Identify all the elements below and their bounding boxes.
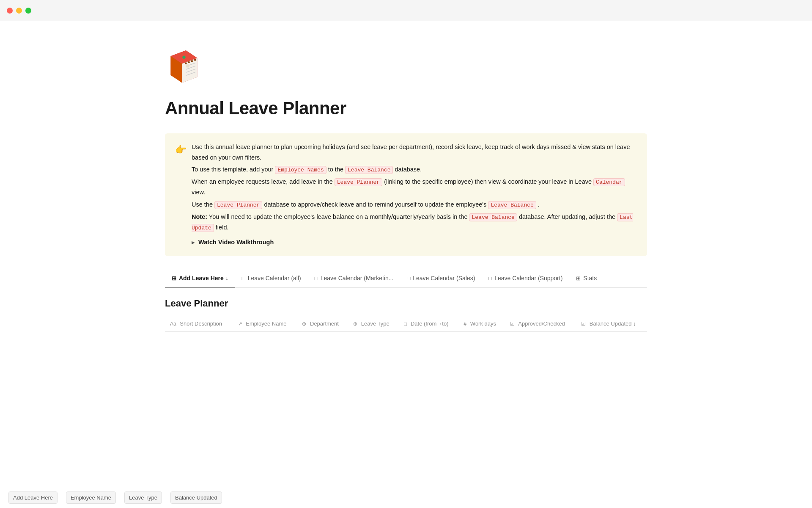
col-department[interactable]: ⊕ Department — [297, 316, 348, 331]
select-icon-1: ⊕ — [302, 321, 306, 327]
mention-leave-balance-2: Leave Balance — [488, 201, 536, 209]
tab-leave-calendar-all[interactable]: □ Leave Calendar (all) — [235, 270, 308, 288]
page-content: Annual Leave Planner 👉 Use this annual l… — [131, 21, 681, 366]
checkbox-icon-2: ☑ — [581, 321, 586, 327]
callout-line-2: To use this template, add your Employee … — [192, 164, 637, 175]
window-chrome — [0, 0, 812, 21]
col-date[interactable]: □ Date (from→to) — [399, 316, 459, 331]
leave-planner-table: Aa Short Description ↗ Employee Name ⊕ D… — [165, 316, 647, 332]
svg-point-11 — [194, 59, 196, 61]
callout-box: 👉 Use this annual leave planner to plan … — [165, 133, 647, 256]
table-header-row: Aa Short Description ↗ Employee Name ⊕ D… — [165, 316, 647, 331]
col-balance-updated[interactable]: ☑ Balance Updated ↓ — [576, 316, 647, 331]
callout-line-4: Use the Leave Planner database to approv… — [192, 199, 637, 210]
number-icon: # — [464, 321, 467, 327]
svg-rect-13 — [186, 64, 189, 67]
svg-point-10 — [191, 60, 193, 62]
relation-icon: ↗ — [238, 321, 242, 327]
video-walkthrough-toggle[interactable]: ▶ Watch Video Walkthrough — [192, 237, 637, 248]
date-icon: □ — [404, 321, 407, 327]
col-leave-type[interactable]: ⊕ Leave Type — [348, 316, 399, 331]
maximize-button[interactable] — [25, 8, 31, 14]
svg-point-9 — [188, 61, 190, 64]
checkbox-icon-1: ☑ — [510, 321, 515, 327]
sort-arrow-icon: ↓ — [225, 274, 228, 283]
table-icon: ⊞ — [172, 274, 176, 283]
sort-desc-icon: ↓ — [633, 320, 636, 327]
col-approved[interactable]: ☑ Approved/Checked — [505, 316, 576, 331]
tab-stats-label: Stats — [583, 274, 597, 283]
tab-add-leave-label: Add Leave Here ↓ — [179, 274, 228, 283]
callout-emoji: 👉 — [175, 143, 187, 157]
toggle-label: Watch Video Walkthrough — [198, 237, 274, 248]
note-label: Note: — [192, 213, 207, 220]
tab-stats[interactable]: ⊞ Stats — [569, 270, 604, 288]
mention-employee-names: Employee Names — [275, 166, 326, 174]
callout-line-5: Note: You will need to update the employ… — [192, 212, 637, 233]
svg-point-12 — [182, 56, 185, 59]
page-icon — [165, 47, 203, 85]
grid-icon: ⊞ — [576, 274, 581, 283]
text-type-icon: Aa — [170, 321, 176, 327]
calendar-icon-1: □ — [242, 274, 245, 283]
mention-leave-balance-1: Leave Balance — [345, 166, 393, 174]
mention-calendar: Calendar — [593, 178, 625, 186]
mention-last-update: Last Update — [192, 213, 633, 232]
tab-leave-cal-all-label: Leave Calendar (all) — [248, 274, 301, 283]
mention-leave-planner-1: Leave Planner — [335, 178, 382, 186]
callout-line-1: Use this annual leave planner to plan up… — [192, 142, 637, 163]
col-short-desc[interactable]: Aa Short Description — [165, 316, 233, 331]
callout-line-3: When an employee requests leave, add lea… — [192, 177, 637, 198]
toggle-triangle-icon: ▶ — [192, 239, 195, 246]
tab-leave-cal-marketing-label: Leave Calendar (Marketin... — [321, 274, 394, 283]
tab-leave-calendar-marketing[interactable]: □ Leave Calendar (Marketin... — [308, 270, 401, 288]
callout-text: Use this annual leave planner to plan up… — [192, 142, 637, 248]
tab-leave-cal-sales-label: Leave Calendar (Sales) — [413, 274, 475, 283]
calendar-icon-2: □ — [315, 274, 318, 283]
tab-leave-calendar-support[interactable]: □ Leave Calendar (Support) — [482, 270, 569, 288]
svg-point-8 — [185, 62, 187, 64]
select-icon-2: ⊕ — [353, 321, 357, 327]
mention-leave-balance-3: Leave Balance — [469, 213, 517, 221]
minimize-button[interactable] — [16, 8, 22, 14]
col-work-days[interactable]: # Work days — [459, 316, 505, 331]
calendar-icon-3: □ — [407, 274, 410, 283]
col-employee-name[interactable]: ↗ Employee Name — [233, 316, 297, 331]
mention-leave-planner-2: Leave Planner — [214, 201, 262, 209]
page-title: Annual Leave Planner — [165, 95, 647, 121]
tab-leave-calendar-sales[interactable]: □ Leave Calendar (Sales) — [400, 270, 482, 288]
tab-leave-cal-support-label: Leave Calendar (Support) — [494, 274, 562, 283]
tab-add-leave[interactable]: ⊞ Add Leave Here ↓ — [165, 270, 235, 288]
table-title: Leave Planner — [165, 296, 647, 310]
tabs-bar: ⊞ Add Leave Here ↓ □ Leave Calendar (all… — [165, 270, 647, 288]
calendar-icon-4: □ — [488, 274, 492, 283]
close-button[interactable] — [7, 8, 13, 14]
